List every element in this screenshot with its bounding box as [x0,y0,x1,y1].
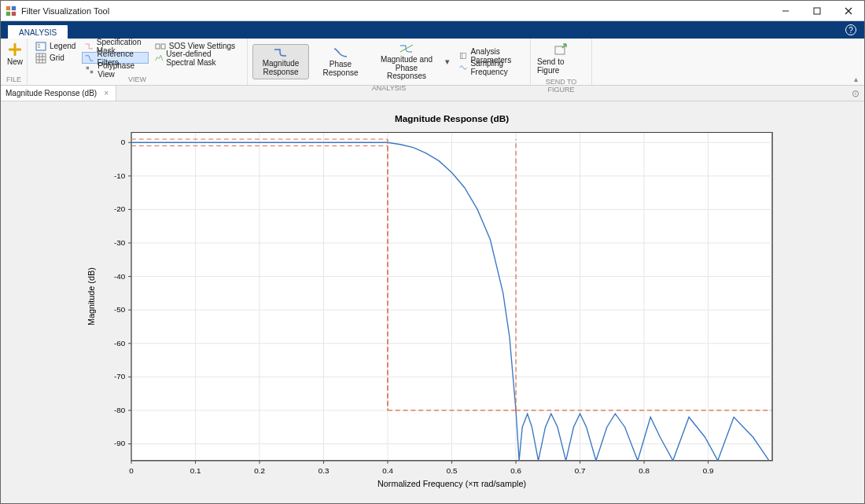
polyphase-icon [85,64,94,75]
ref-filter-icon [85,53,94,64]
close-button[interactable] [833,1,864,21]
doc-tab-magnitude[interactable]: Magnitude Response (dB) × [1,86,116,101]
magnitude-icon [274,47,288,58]
magnitude-response-button[interactable]: Magnitude Response [252,44,309,79]
sampling-freq-button[interactable]: Sampling Frequency [456,62,525,74]
window-title: Filter Visualization Tool [21,6,109,16]
svg-rect-1 [12,6,16,9]
svg-rect-3 [12,11,16,15]
svg-text:0.9: 0.9 [703,466,714,475]
group-label-analysis: ANALYSIS [252,84,525,92]
plus-icon [9,43,21,56]
group-label-file: FILE [6,75,22,85]
legend-button[interactable]: Legend [32,40,79,52]
svg-text:0.7: 0.7 [575,466,586,475]
doc-tab-label: Magnitude Response (dB) [6,89,97,97]
svg-text:-40: -40 [114,272,126,281]
svg-text:-20: -20 [114,204,126,213]
svg-rect-11 [36,53,46,63]
help-icon[interactable]: ? [845,24,856,35]
svg-rect-2 [6,11,10,15]
svg-rect-0 [6,6,10,9]
freq-icon [459,62,467,73]
svg-text:-80: -80 [114,406,126,414]
tab-options-icon[interactable]: ⊙ [852,88,859,99]
params-icon [459,50,467,61]
minimize-button[interactable] [770,1,801,21]
sos-icon [155,41,166,52]
grid-button[interactable]: Grid [32,52,79,64]
group-label-send: SEND TO FIGURE [536,78,587,87]
send-icon [554,43,569,56]
close-tab-icon[interactable]: × [101,89,111,98]
svg-rect-8 [36,42,46,50]
analysis-dropdown[interactable]: ▾ [444,57,450,67]
send-to-figure-button[interactable]: Send to Figure [536,40,587,78]
maximize-button[interactable] [801,1,833,21]
svg-text:Normalized Frequency  (×π rad/: Normalized Frequency (×π rad/sample) [377,479,526,488]
new-button[interactable]: New [6,40,24,69]
mask-icon [85,41,93,52]
svg-text:0.6: 0.6 [510,466,521,475]
minimize-ribbon-icon[interactable]: ▴ [854,75,858,83]
chart[interactable]: Magnitude Response (dB)00.10.20.30.40.50… [12,109,853,495]
phase-icon [333,47,348,58]
svg-rect-5 [814,8,820,14]
svg-text:Magnitude Response (dB): Magnitude Response (dB) [395,113,509,123]
svg-text:-10: -10 [114,171,126,180]
svg-text:0.4: 0.4 [382,466,393,475]
svg-rect-17 [90,70,93,72]
plot-area: Magnitude Response (dB)00.10.20.30.40.50… [1,101,864,503]
svg-rect-18 [156,44,160,49]
svg-text:0: 0 [121,138,126,146]
ribbon: New FILE Legend Grid [1,39,864,86]
svg-text:0.1: 0.1 [190,466,201,475]
tab-analysis[interactable]: ANALYSIS [7,24,68,39]
svg-text:0.8: 0.8 [639,466,650,475]
svg-text:-50: -50 [114,305,126,314]
svg-text:-70: -70 [114,372,126,381]
svg-text:0.5: 0.5 [447,466,458,475]
polyphase-button[interactable]: Polyphase View [82,64,148,75]
svg-text:-60: -60 [114,339,126,348]
phase-response-button[interactable]: Phase Response [312,44,369,80]
svg-text:Magnitude (dB): Magnitude (dB) [86,267,96,326]
user-mask-button[interactable]: User-defined Spectral Mask [152,52,242,64]
svg-rect-19 [161,44,165,49]
grid-icon [35,53,46,64]
svg-rect-20 [461,53,466,59]
mag-phase-button[interactable]: Magnitude and Phase Responses [372,40,441,84]
title-bar: Filter Visualization Tool [1,1,864,21]
svg-text:0: 0 [129,466,134,475]
legend-icon [35,41,46,52]
svg-text:0.2: 0.2 [254,466,265,475]
svg-text:-90: -90 [114,439,126,447]
svg-text:0.3: 0.3 [318,466,329,475]
svg-rect-16 [86,66,89,68]
group-label-view: VIEW [32,75,242,85]
mag-phase-icon [399,43,414,54]
app-icon [6,6,17,17]
user-mask-icon [155,53,164,64]
new-label: New [7,57,23,66]
svg-text:-30: -30 [114,238,126,247]
toolstrip-tabs: ANALYSIS ? [1,21,864,39]
